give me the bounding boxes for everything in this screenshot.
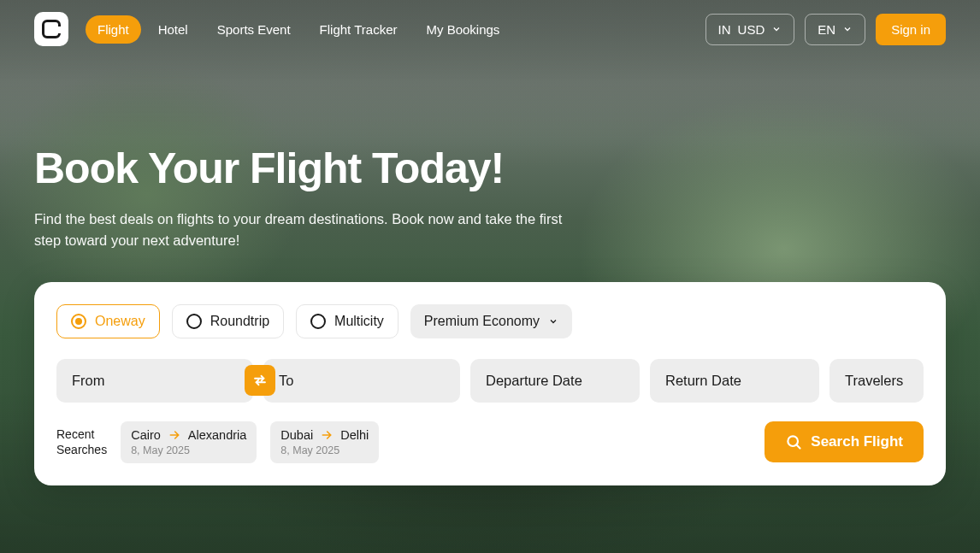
header-right: IN USD EN Sign in [705, 14, 946, 45]
recent-from: Dubai [280, 428, 313, 442]
departure-date-field[interactable]: Departure Date [470, 359, 640, 403]
chevron-down-icon [771, 24, 782, 34]
swap-button[interactable] [245, 365, 275, 396]
arrow-right-icon [168, 428, 181, 442]
main-nav: Flight Hotel Sports Event Flight Tracker… [86, 15, 511, 44]
chevron-down-icon [548, 316, 558, 327]
recent-to: Delhi [340, 428, 369, 442]
language-label: EN [818, 22, 835, 37]
cabin-class-label: Premium Economy [424, 314, 540, 329]
region-label: IN [718, 22, 731, 37]
arrow-right-icon [320, 428, 334, 442]
radio-icon [186, 314, 202, 329]
return-date-field[interactable]: Return Date [650, 359, 819, 403]
nav-sports-event[interactable]: Sports Event [205, 15, 303, 44]
recent-search-chip[interactable]: Dubai Delhi 8, May 2025 [270, 421, 379, 463]
trip-label: Multicity [334, 314, 384, 329]
region-currency-selector[interactable]: IN USD [705, 14, 795, 45]
trip-label: Oneway [95, 314, 145, 329]
header: Flight Hotel Sports Event Flight Tracker… [0, 0, 980, 58]
trip-multicity[interactable]: Multicity [296, 304, 398, 338]
recent-date: 8, May 2025 [280, 444, 369, 456]
signin-button[interactable]: Sign in [876, 14, 946, 45]
currency-label: USD [738, 22, 765, 37]
bottom-row: Recent Searches Cairo Alexandria 8, May … [56, 421, 924, 463]
radio-icon [71, 314, 86, 329]
nav-flight[interactable]: Flight [86, 15, 141, 44]
recent-label-line1: Recent [56, 427, 107, 442]
recent-to: Alexandria [188, 428, 247, 442]
recent-from: Cairo [131, 428, 161, 442]
recent-label-line2: Searches [56, 442, 107, 457]
trip-type-row: Oneway Roundtrip Multicity Premium Econo… [56, 304, 924, 338]
radio-icon [310, 314, 326, 329]
cabin-class-selector[interactable]: Premium Economy [410, 304, 572, 338]
trip-label: Roundtrip [210, 314, 269, 329]
nav-flight-tracker[interactable]: Flight Tracker [308, 15, 410, 44]
recent-date: 8, May 2025 [131, 444, 246, 456]
search-card: Oneway Roundtrip Multicity Premium Econo… [34, 282, 946, 485]
hero-text: Book Your Flight Today! Find the best de… [0, 58, 616, 251]
from-field[interactable]: From [56, 359, 253, 403]
search-icon [785, 433, 802, 450]
to-field[interactable]: To [263, 359, 460, 403]
logo[interactable] [34, 12, 68, 46]
to-label: To [279, 373, 293, 388]
recent-search-chip[interactable]: Cairo Alexandria 8, May 2025 [121, 421, 257, 463]
travelers-field[interactable]: Travelers [829, 359, 924, 403]
nav-hotel[interactable]: Hotel [146, 15, 200, 44]
logo-icon [42, 20, 61, 38]
language-selector[interactable]: EN [805, 14, 865, 45]
nav-my-bookings[interactable]: My Bookings [414, 15, 511, 44]
search-fields-row: From To Departure Date Return Date Trave… [56, 359, 924, 403]
page-title: Book Your Flight Today! [34, 144, 582, 193]
trip-roundtrip[interactable]: Roundtrip [172, 304, 284, 338]
recent-searches-label: Recent Searches [56, 427, 107, 457]
page-subtitle: Find the best deals on flights to your d… [34, 209, 582, 251]
swap-icon [252, 373, 268, 388]
chevron-down-icon [842, 24, 853, 34]
search-flight-button[interactable]: Search Flight [765, 421, 924, 462]
search-button-label: Search Flight [811, 433, 903, 450]
trip-oneway[interactable]: Oneway [56, 304, 160, 338]
